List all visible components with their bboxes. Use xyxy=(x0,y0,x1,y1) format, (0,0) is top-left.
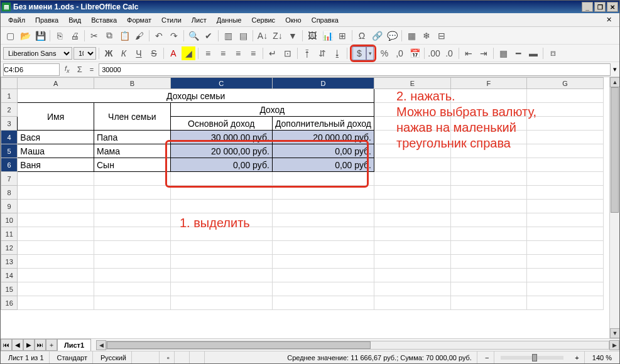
cell-A6[interactable]: Ваня xyxy=(18,158,94,172)
vertical-scrollbar[interactable]: ▲ ▼ xyxy=(609,77,619,338)
tab-first-icon[interactable]: ⏮ xyxy=(1,339,12,351)
menu-sheet[interactable]: Лист xyxy=(187,15,212,25)
cell[interactable] xyxy=(450,241,527,255)
cell[interactable] xyxy=(18,172,94,186)
col-head-F[interactable]: F xyxy=(450,78,527,89)
date-format-icon[interactable]: 📅 xyxy=(408,46,421,60)
del-decimal-icon[interactable]: .0 xyxy=(442,46,456,60)
select-all-corner[interactable] xyxy=(1,78,18,89)
cell[interactable] xyxy=(18,269,94,282)
status-signature-icon[interactable] xyxy=(192,351,205,363)
menu-file[interactable]: Файл xyxy=(3,15,30,25)
tab-add-icon[interactable]: ＋ xyxy=(46,339,57,351)
cell[interactable] xyxy=(374,89,451,103)
cell[interactable] xyxy=(272,172,374,186)
cell[interactable] xyxy=(94,282,170,296)
menu-styles[interactable]: Стили xyxy=(156,15,187,25)
new-doc-icon[interactable]: ▢ xyxy=(3,29,17,43)
cell-B5[interactable]: Мама xyxy=(94,144,170,158)
cell[interactable] xyxy=(450,172,527,186)
cell[interactable] xyxy=(18,213,94,227)
cell[interactable] xyxy=(94,241,170,255)
cell[interactable] xyxy=(374,144,451,158)
cell[interactable] xyxy=(374,131,451,144)
currency-dropdown-icon[interactable]: ▾ xyxy=(366,46,374,60)
cell-member-header[interactable]: Член семьи xyxy=(94,103,170,131)
scroll-left-icon[interactable]: ◀ xyxy=(96,340,106,350)
formula-expand-icon[interactable]: ▾ xyxy=(613,65,617,73)
cell[interactable] xyxy=(527,89,604,103)
paste-icon[interactable]: 📋 xyxy=(117,29,131,43)
col-head-C[interactable]: C xyxy=(170,78,272,89)
tab-last-icon[interactable]: ⏭ xyxy=(35,339,46,351)
font-name-select[interactable]: Liberation Sans xyxy=(3,47,72,60)
cell-income-header[interactable]: Доход xyxy=(170,103,374,117)
zoom-slider[interactable] xyxy=(501,356,563,360)
cell[interactable] xyxy=(272,255,374,269)
cell[interactable] xyxy=(450,200,527,213)
cell[interactable] xyxy=(170,200,272,213)
redo-icon[interactable]: ↷ xyxy=(167,29,181,43)
cell[interactable] xyxy=(94,255,170,269)
status-insert-mode[interactable] xyxy=(134,351,160,363)
row-head-4[interactable]: 4 xyxy=(1,131,18,144)
cell[interactable] xyxy=(18,296,94,310)
row-icon[interactable]: ▥ xyxy=(221,29,235,43)
cut-icon[interactable]: ✂ xyxy=(87,29,101,43)
cell[interactable] xyxy=(170,282,272,296)
formula-input[interactable] xyxy=(99,63,611,76)
row-head-13[interactable]: 13 xyxy=(1,255,18,269)
cell-D5[interactable]: 0,00 руб. xyxy=(272,144,374,158)
tab-prev-icon[interactable]: ◀ xyxy=(12,339,23,351)
row-head-1[interactable]: 1 xyxy=(1,89,18,103)
zoom-in-button[interactable]: + xyxy=(570,351,584,363)
close-button[interactable]: ✕ xyxy=(607,2,618,12)
cell[interactable] xyxy=(527,227,604,241)
align-justify-icon[interactable]: ≡ xyxy=(246,46,260,60)
row-head-8[interactable]: 8 xyxy=(1,186,18,200)
cell[interactable] xyxy=(18,186,94,200)
minimize-button[interactable]: _ xyxy=(582,2,593,12)
cell[interactable] xyxy=(272,213,374,227)
comment-icon[interactable]: 💬 xyxy=(385,29,399,43)
status-selection-mode[interactable]: ▫ xyxy=(162,351,175,363)
cell[interactable] xyxy=(527,186,604,200)
print-icon[interactable]: 🖨 xyxy=(68,29,82,43)
find-icon[interactable]: 🔍 xyxy=(187,29,200,43)
cell[interactable] xyxy=(18,241,94,255)
cell[interactable] xyxy=(272,227,374,241)
cell[interactable] xyxy=(374,269,451,282)
formula-equals-icon[interactable]: = xyxy=(87,66,96,73)
cell[interactable] xyxy=(527,131,604,144)
cell[interactable] xyxy=(94,172,170,186)
sheet-tab-1[interactable]: Лист1 xyxy=(57,339,91,351)
restore-button[interactable]: ❐ xyxy=(594,2,606,12)
valign-mid-icon[interactable]: ⇵ xyxy=(315,46,329,60)
split-icon[interactable]: ⊟ xyxy=(435,29,449,43)
scroll-thumb[interactable] xyxy=(107,341,371,349)
cell[interactable] xyxy=(374,200,451,213)
col-head-G[interactable]: G xyxy=(527,78,604,89)
cell-C5[interactable]: 20 000,00 руб. xyxy=(170,144,272,158)
cell[interactable] xyxy=(170,296,272,310)
col-icon[interactable]: ▤ xyxy=(236,29,250,43)
valign-bot-icon[interactable]: ⭳ xyxy=(330,46,344,60)
row-head-2[interactable]: 2 xyxy=(1,103,18,117)
cell[interactable] xyxy=(527,296,604,310)
cell[interactable] xyxy=(450,296,527,310)
cell[interactable] xyxy=(450,117,527,131)
valign-top-icon[interactable]: ⭱ xyxy=(300,46,314,60)
close-doc-icon[interactable]: ✕ xyxy=(601,14,617,25)
underline-icon[interactable]: Ч xyxy=(132,46,146,60)
cell[interactable] xyxy=(527,117,604,131)
cell-B4[interactable]: Папа xyxy=(94,131,170,144)
cell[interactable] xyxy=(527,200,604,213)
cell[interactable] xyxy=(527,172,604,186)
cell[interactable] xyxy=(94,227,170,241)
cell-reference-input[interactable] xyxy=(3,63,60,76)
cell[interactable] xyxy=(527,269,604,282)
cell[interactable] xyxy=(272,282,374,296)
cell[interactable] xyxy=(272,241,374,255)
cell[interactable] xyxy=(527,241,604,255)
cell[interactable] xyxy=(374,117,451,131)
